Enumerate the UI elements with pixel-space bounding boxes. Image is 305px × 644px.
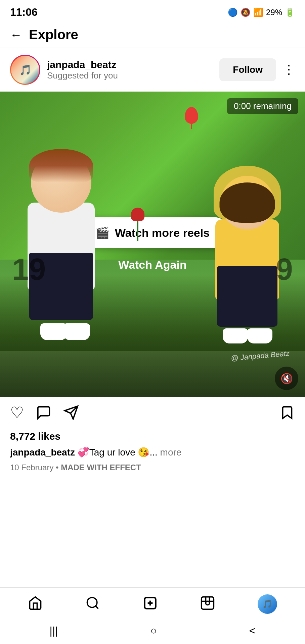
nav-profile[interactable]: 🎵: [258, 594, 277, 614]
action-bar: ♡: [0, 397, 305, 431]
add-icon: [143, 596, 158, 613]
nav-reels[interactable]: [200, 596, 215, 613]
more-options-button[interactable]: ⋮: [283, 64, 295, 76]
nav-home[interactable]: [28, 596, 43, 613]
profile-avatar: 🎵: [258, 594, 277, 614]
mute-icon: 🔇: [280, 373, 293, 384]
reel-icon: 🎬: [95, 226, 110, 239]
svg-rect-7: [201, 597, 214, 609]
system-back-button[interactable]: <: [249, 625, 256, 637]
status-bar: 11:06 🔵 🔕 📶 29% 🔋: [0, 0, 305, 22]
date-separator: •: [56, 463, 61, 472]
svg-line-3: [96, 606, 98, 608]
system-nav: ||| ○ <: [0, 617, 305, 644]
battery-icon: 🔋: [285, 8, 295, 17]
like-button[interactable]: ♡: [10, 405, 24, 423]
watch-again-button[interactable]: Watch Again: [118, 258, 186, 271]
status-time: 11:06: [10, 6, 38, 18]
number-left: 19: [12, 252, 46, 287]
reels-icon: [200, 596, 215, 613]
comment-button[interactable]: [36, 405, 51, 423]
bluetooth-icon: 🔵: [228, 8, 238, 17]
date-text: 10 February: [10, 463, 53, 472]
share-button[interactable]: [63, 405, 79, 423]
post-caption: janpada_beatz 💞Tag ur love 😘... more: [10, 445, 295, 460]
rose-decoration: [131, 208, 144, 221]
wifi-icon: 📶: [253, 8, 263, 17]
time-remaining-badge: 0:00 remaining: [227, 98, 298, 114]
more-link[interactable]: more: [160, 447, 182, 458]
post-date: 10 February • MADE WITH EFFECT: [10, 463, 295, 472]
nav-search[interactable]: [85, 596, 100, 613]
search-icon: [85, 596, 100, 613]
follow-button[interactable]: Follow: [219, 58, 276, 81]
bottom-nav: 🎵: [0, 587, 305, 617]
avatar[interactable]: 🎵: [10, 55, 40, 85]
home-icon: [28, 596, 43, 613]
suggested-label: Suggested for you: [47, 70, 213, 81]
action-icons-left: ♡: [10, 405, 279, 423]
system-home-button[interactable]: ○: [150, 625, 157, 637]
battery-level: 29%: [266, 8, 282, 17]
likes-count: 8,772 likes: [10, 431, 295, 442]
post-header: 🎵 janpada_beatz Suggested for you Follow…: [0, 48, 305, 92]
caption-username[interactable]: janpada_beatz: [10, 447, 75, 458]
post-info: 8,772 likes janpada_beatz 💞Tag ur love 😘…: [0, 431, 305, 479]
bookmark-button[interactable]: [279, 405, 295, 423]
username-label: janpada_beatz: [47, 59, 213, 70]
nav-add[interactable]: [143, 596, 158, 613]
mute-icon: 🔕: [241, 8, 251, 17]
video-overlay-buttons: 🎬 Watch more reels Watch Again: [75, 217, 230, 271]
mute-button[interactable]: 🔇: [275, 367, 298, 390]
audio-tag: MADE WITH EFFECT: [61, 463, 141, 472]
number-right: 9: [276, 252, 293, 287]
svg-point-2: [87, 597, 97, 607]
explore-header: ← Explore: [0, 22, 305, 48]
avatar-image: 🎵: [11, 56, 39, 84]
page-title: Explore: [29, 27, 78, 42]
watch-more-reels-button[interactable]: 🎬 Watch more reels: [75, 217, 230, 248]
status-icons: 🔵 🔕 📶 29% 🔋: [228, 8, 295, 17]
caption-text: 💞Tag ur love 😘...: [78, 447, 158, 458]
video-container[interactable]: 19 9 0:00 remaining @ Janpada Beatz 🔇 🎬 …: [0, 92, 305, 397]
watch-more-reels-label: Watch more reels: [115, 226, 210, 239]
system-menu-button[interactable]: |||: [50, 625, 58, 637]
user-info: janpada_beatz Suggested for you: [47, 59, 213, 81]
back-button[interactable]: ←: [10, 29, 22, 41]
